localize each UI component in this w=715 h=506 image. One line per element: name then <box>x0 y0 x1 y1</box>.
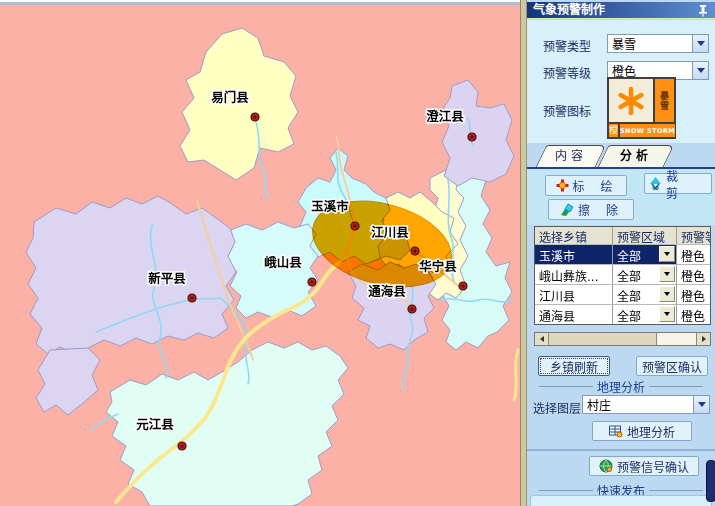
city-marker-core <box>413 249 416 252</box>
scrollbar-track[interactable] <box>657 333 696 345</box>
warning-form: 预警类型 暴雪 预警等级 橙色 预警图标 <box>527 20 715 143</box>
tab-analysis[interactable]: 分析 <box>603 145 669 167</box>
city-marker-core <box>253 115 256 118</box>
panel-titlebar: 气象预警制作 <box>527 2 715 19</box>
table-row[interactable]: 玉溪市 全部 橙色 <box>535 244 710 264</box>
layer-select[interactable]: 村庄 <box>582 395 710 414</box>
confirm-warning-area-button[interactable]: 预警区确认 <box>636 356 708 376</box>
warning-icon-level: 橙 <box>609 124 620 137</box>
county-map[interactable]: 易门县澄江县玉溪市江川县华宁县峨山县通海县新平县元江县 <box>0 0 520 506</box>
level-cell[interactable]: 橙色 <box>677 245 710 264</box>
snowstorm-warning-icon: 暴雪 橙 SNOW STORM <box>607 77 676 139</box>
tab-content[interactable]: 内容 <box>541 145 601 167</box>
city-marker-core <box>353 224 356 227</box>
city-marker-core <box>180 444 183 447</box>
area-cell[interactable]: 全部 <box>613 265 677 284</box>
township-table: 选择乡镇 预警区域 预警等 玉溪市 全部 橙色 峨山彝族... 全部 橙色 <box>534 226 711 325</box>
county-label: 元江县 <box>136 417 174 432</box>
level-cell[interactable]: 橙色 <box>677 285 710 304</box>
city-marker-core <box>310 280 313 283</box>
area-cell[interactable]: 全部 <box>613 285 677 304</box>
scroll-left-button[interactable] <box>535 333 549 345</box>
table-row[interactable]: 江川县 全部 橙色 <box>535 284 710 304</box>
panel-scrollbar-thumb[interactable] <box>706 460 715 502</box>
table-row[interactable]: 通海县 全部 橙色 <box>535 304 710 324</box>
eraser-icon <box>560 203 574 216</box>
chevron-down-icon <box>697 68 705 73</box>
layer-select-label: 选择图层 <box>533 399 581 416</box>
warning-level-dropdown-button[interactable] <box>692 62 708 79</box>
section-divider <box>527 449 715 451</box>
county-label: 澄江县 <box>426 109 464 124</box>
scissors-icon <box>649 177 662 190</box>
weather-warning-app: 易门县澄江县玉溪市江川县华宁县峨山县通海县新平县元江县 气象预警制作 预警类型 … <box>0 0 715 506</box>
warning-production-panel: 气象预警制作 预警类型 暴雪 预警等级 橙色 预警图标 <box>527 0 715 506</box>
confirm-signal-button[interactable]: 预警信号确认 <box>589 456 699 476</box>
township-cell[interactable]: 玉溪市 <box>535 245 613 264</box>
chevron-down-icon <box>664 292 670 296</box>
township-cell[interactable]: 江川县 <box>535 285 613 304</box>
area-dropdown-button[interactable] <box>659 246 675 262</box>
chevron-down-icon <box>697 41 705 46</box>
col-header-area: 预警区域 <box>613 227 677 244</box>
level-cell[interactable]: 橙色 <box>677 305 710 324</box>
pin-icon[interactable] <box>697 4 709 17</box>
chevron-down-icon <box>664 312 670 316</box>
county-eshan <box>226 222 318 318</box>
panel-title: 气象预警制作 <box>533 3 605 17</box>
clip-button[interactable]: 裁 剪 <box>644 173 712 194</box>
warning-type-select[interactable]: 暴雪 <box>607 34 709 53</box>
warning-type-label: 预警类型 <box>543 37 591 54</box>
clip-button-label: 裁 剪 <box>666 167 709 201</box>
county-label: 江川县 <box>371 225 409 240</box>
erase-button-label: 擦 除 <box>578 201 624 218</box>
scrollbar-thumb[interactable] <box>549 333 657 345</box>
township-table-header: 选择乡镇 预警区域 预警等 <box>535 227 710 244</box>
warning-icon-label: 预警图标 <box>543 102 591 119</box>
layer-dropdown-button[interactable] <box>693 396 709 413</box>
county-xinping <box>26 196 236 354</box>
county-label: 玉溪市 <box>311 199 349 214</box>
col-header-township: 选择乡镇 <box>535 227 613 244</box>
analysis-tools: 标 绘 裁 剪 <box>527 167 715 225</box>
warning-type-value: 暴雪 <box>608 35 692 52</box>
plot-button[interactable]: 标 绘 <box>545 175 627 196</box>
erase-button[interactable]: 擦 除 <box>548 199 634 220</box>
col-header-level: 预警等 <box>677 227 710 244</box>
arrow-left-icon <box>540 336 544 342</box>
chevron-down-icon <box>664 272 670 276</box>
layer-select-value: 村庄 <box>583 396 693 413</box>
panel-splitter[interactable] <box>520 0 527 506</box>
quick-publish-section <box>530 495 712 506</box>
area-dropdown-button[interactable] <box>659 286 675 302</box>
area-cell[interactable]: 全部 <box>613 245 677 264</box>
level-cell[interactable]: 橙色 <box>677 265 710 284</box>
township-table-rows: 玉溪市 全部 橙色 峨山彝族... 全部 橙色 江川县 全部 <box>535 244 710 324</box>
warning-icon-name: 暴雪 <box>655 79 674 122</box>
scroll-right-button[interactable] <box>696 333 710 345</box>
city-marker-core <box>470 135 473 138</box>
area-dropdown-button[interactable] <box>659 306 675 322</box>
warning-icon-caption: SNOW STORM <box>620 124 675 137</box>
geo-analysis-group-title: 地理分析 <box>597 378 645 395</box>
confirm-signal-button-label: 预警信号确认 <box>617 458 689 475</box>
table-row[interactable]: 峨山彝族... 全部 橙色 <box>535 264 710 284</box>
panel-tabs: 内容 分析 <box>527 143 715 167</box>
county-label: 华宁县 <box>419 259 457 274</box>
refresh-townships-button[interactable]: 乡镇刷新 <box>538 356 610 376</box>
globe-icon <box>599 459 613 473</box>
plot-vertex-icon <box>556 179 569 192</box>
area-cell[interactable]: 全部 <box>613 305 677 324</box>
warning-level-label: 预警等级 <box>543 64 591 81</box>
area-dropdown-button[interactable] <box>659 266 675 282</box>
township-cell[interactable]: 通海县 <box>535 305 613 324</box>
city-marker-core <box>410 307 413 310</box>
warning-type-dropdown-button[interactable] <box>692 35 708 52</box>
table-magnifier-icon <box>609 425 623 438</box>
table-horizontal-scrollbar[interactable] <box>534 332 711 346</box>
snowflake-icon <box>609 79 655 122</box>
geo-analysis-button[interactable]: 地理分析 <box>592 421 692 441</box>
township-cell[interactable]: 峨山彝族... <box>535 265 613 284</box>
county-label: 峨山县 <box>264 255 302 270</box>
county-label: 新平县 <box>148 271 186 286</box>
